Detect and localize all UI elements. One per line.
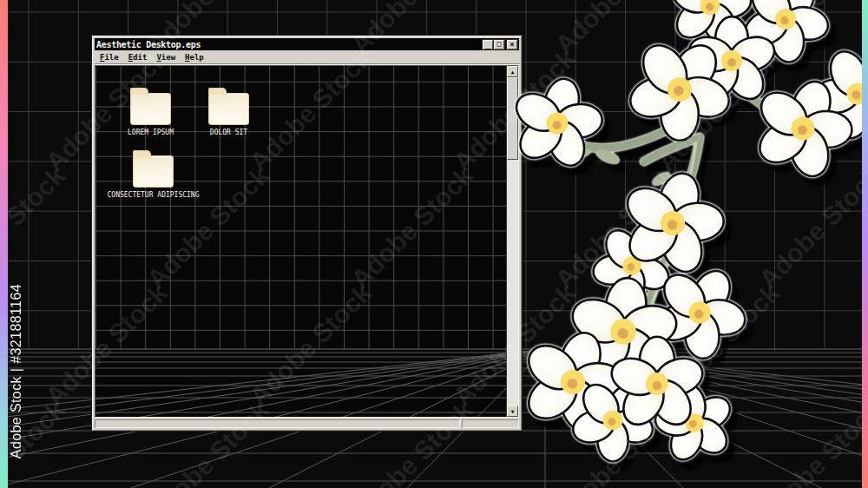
flower-center-detail <box>653 381 662 391</box>
desktop-scene: Aesthetic Desktop.eps _ □ × FileEditView… <box>0 0 868 488</box>
left-gradient-strip <box>0 0 8 488</box>
flower-blooms <box>501 0 868 480</box>
stem <box>644 139 694 162</box>
right-gradient-strip <box>862 0 868 488</box>
flower-center-detail <box>727 58 736 67</box>
flower <box>501 69 614 179</box>
stock-id-text: Adobe Stock | #321881164 <box>9 284 24 458</box>
flowers-illustration <box>0 0 868 488</box>
